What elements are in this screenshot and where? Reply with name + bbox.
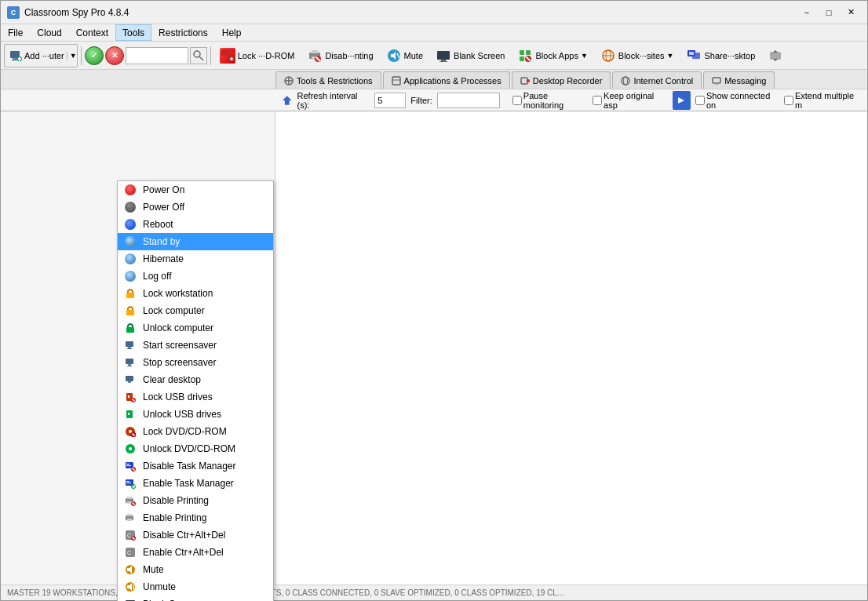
pause-monitoring-checkbox[interactable] [512,96,522,105]
menu-tools[interactable]: Tools [115,24,151,41]
refresh-label: Refresh interval (s): [297,91,370,110]
svg-rect-75 [126,465,131,466]
svg-rect-40 [392,77,400,85]
filter-label: Filter: [410,96,432,105]
reboot-label: Reboot [143,219,173,230]
svg-marker-35 [773,50,778,53]
share-desktop-icon [686,48,702,64]
menu-item-stand-by[interactable]: Stand by [118,233,273,250]
filter-input[interactable] [437,93,500,108]
disable-print-button[interactable]: Disab···nting [301,44,378,67]
svg-rect-85 [127,497,132,499]
menu-item-lock-dvd[interactable]: Lock DVD/CD-ROM [118,423,273,440]
cancel-button[interactable]: ✕ [105,46,124,65]
enable-task-label: Enable Task Manager [143,478,234,489]
menu-context[interactable]: Context [69,24,115,41]
navigate-button[interactable] [673,91,691,110]
tab-recorder[interactable]: Desktop Recorder [512,71,611,89]
hibernate-label: Hibernate [143,253,184,264]
block-apps-button[interactable]: Block Apps ▼ [512,44,593,67]
svg-rect-24 [526,50,531,55]
add-computer-button[interactable]: Add ···uter ▼ [4,44,78,67]
menu-item-lock-usb[interactable]: Lock USB drives [118,388,273,406]
menu-item-enable-task[interactable]: Enable Task Manager [118,475,273,492]
menu-restrictions[interactable]: Restrictions [151,24,215,41]
svg-point-44 [622,77,629,85]
menu-item-lock-computer[interactable]: Lock computer [118,302,273,319]
svg-rect-2 [12,60,18,60]
lock-cdrom-icon [220,48,235,64]
mute-button[interactable]: Mute [381,44,429,67]
menu-item-power-off[interactable]: Power Off [118,199,273,216]
menu-item-reboot[interactable]: Reboot [118,216,273,233]
tab-internet[interactable]: Internet Control [612,71,702,89]
menu-item-enable-cad[interactable]: C Enable Ctr+Alt+Del [118,544,273,561]
minimize-button[interactable]: − [797,5,817,20]
disable-print-label: Disab···nting [325,51,373,60]
keep-aspect-checkbox[interactable] [593,96,602,105]
tab-apps[interactable]: Applications & Processes [383,71,510,89]
blank-screen-label: Blank Screen [454,51,505,60]
refresh-input[interactable] [374,93,406,108]
svg-rect-66 [128,413,129,415]
close-button[interactable]: ✕ [841,5,861,20]
share-desktop-button[interactable]: Share···sktop [680,44,760,67]
search-input[interactable] [126,47,188,64]
disable-cad-label: Disable Ctr+Alt+Del [143,530,225,541]
menu-item-stop-screensaver[interactable]: Stop screensaver [118,354,273,371]
menu-item-clear-desktop[interactable]: Clear desktop [118,371,273,388]
power-on-icon [124,184,137,196]
stop-screensaver-label: Stop screensaver [143,357,216,368]
keep-aspect-label: Keep original asp [604,91,668,110]
svg-rect-55 [127,348,132,349]
menu-item-disable-cad[interactable]: C Disable Ctr+Alt+Del [118,526,273,544]
menu-item-disable-task[interactable]: Disable Task Manager [118,457,273,475]
menu-item-log-off[interactable]: Log off [118,268,273,285]
keep-aspect-group: Keep original asp [593,91,668,110]
start-screensaver-icon [124,339,137,351]
maximize-button[interactable]: □ [819,5,839,20]
lock-cdrom-button[interactable]: Lock ···D-ROM [214,44,301,67]
menu-item-disable-print[interactable]: Disable Printing [118,492,273,509]
mute-menu-icon [124,563,137,576]
menu-item-unlock-computer[interactable]: Unlock computer [118,319,273,337]
svg-rect-8 [221,49,230,56]
menu-item-lock-workstation[interactable]: Lock workstation [118,285,273,302]
svg-text:C: C [127,533,131,538]
menu-item-power-on[interactable]: Power On [118,181,273,199]
menu-item-start-screensaver[interactable]: Start screensaver [118,337,273,354]
extend-multiple-checkbox[interactable] [784,96,793,105]
stop-screensaver-icon [124,356,137,369]
tab-tools[interactable]: Tools & Restrictions [275,71,381,89]
menu-item-enable-print[interactable]: Enable Printing [118,509,273,526]
menu-item-hibernate[interactable]: Hibernate [118,250,273,268]
menu-help[interactable]: Help [215,24,249,41]
menu-item-mute[interactable]: Mute [118,561,273,578]
tab-tools-label: Tools & Restrictions [297,76,373,86]
search-button[interactable] [190,47,207,64]
menu-item-blank-screen[interactable]: Blank Screen [118,596,273,601]
menu-bar: File Cloud Context Tools Restrictions He… [1,24,867,42]
svg-rect-91 [127,519,132,521]
tab-internet-label: Internet Control [633,76,693,86]
power-off-icon [124,201,137,213]
svg-rect-34 [770,52,781,60]
menu-item-unlock-usb[interactable]: Unlock USB drives [118,406,273,423]
show-connected-checkbox[interactable] [695,96,705,105]
mute-label-menu: Mute [143,564,164,575]
menu-item-unlock-dvd[interactable]: Unlock DVD/CD-ROM [118,440,273,457]
filter-row: Refresh interval (s): Filter: Pause moni… [1,89,867,111]
menu-cloud[interactable]: Cloud [30,24,68,41]
disable-task-icon [124,460,137,472]
tab-messaging[interactable]: Messaging [703,71,775,89]
svg-rect-42 [521,78,527,84]
blank-screen-button[interactable]: Blank Screen [430,44,510,67]
menu-file[interactable]: File [1,24,30,41]
menu-item-unmute[interactable]: Unmute [118,578,273,596]
confirm-button[interactable]: ✓ [85,46,104,65]
scroll-button[interactable] [762,44,789,67]
block-sites-button[interactable]: Block···sites ▼ [595,44,680,67]
disable-cad-icon: C [124,529,137,541]
title-bar: C Classroom Spy Pro 4.8.4 − □ ✕ [1,1,867,24]
right-panel [275,111,867,600]
